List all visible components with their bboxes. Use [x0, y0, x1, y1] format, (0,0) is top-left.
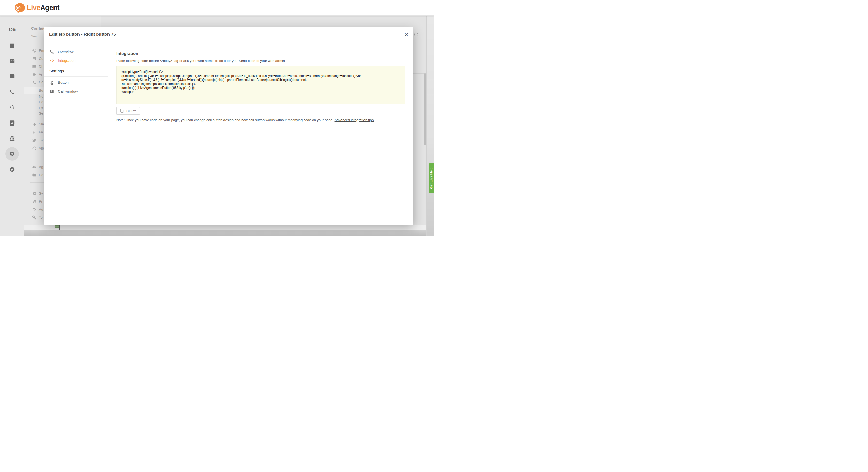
liveagent-logo-icon: @ — [14, 3, 25, 13]
nav-label: Button — [58, 80, 69, 85]
copy-label: COPY — [126, 109, 136, 113]
nav-label: Integration — [58, 59, 76, 63]
app-area: 30% Configur Em Co Ch — [0, 16, 434, 236]
modal-header: Edit sip button - Right button 75 ✕ — [44, 27, 413, 41]
copy-button[interactable]: COPY — [116, 107, 140, 115]
code-line: 'https://marketingchamps.ladesk.com/scri… — [121, 82, 405, 86]
close-icon[interactable]: ✕ — [402, 31, 410, 38]
topbar: @ LiveAgent To solve 1 — [0, 0, 434, 16]
modal-body: Overview Integration Settings Button — [44, 41, 413, 225]
send-code-link[interactable]: Send code to your web admin — [239, 59, 285, 63]
touch-icon — [50, 80, 54, 85]
integration-heading: Integration — [116, 51, 138, 56]
integration-code-block[interactable]: <script type="text/javascript"> (functio… — [116, 66, 405, 104]
integration-note: Note: Once you have code on your page, y… — [116, 118, 388, 122]
advanced-tips-link[interactable]: Advanced integration tips — [335, 118, 374, 122]
nav-integration[interactable]: Integration — [44, 57, 108, 64]
get-live-help-label: Get Live Help — [430, 167, 433, 189]
brand-agent: Agent — [40, 4, 59, 11]
nav-divider — [44, 76, 108, 77]
nav-button[interactable]: Button — [44, 79, 108, 86]
modal-title: Edit sip button - Right button 75 — [49, 27, 116, 41]
code-line: function(e){ LiveAgent.createButton('063… — [121, 86, 405, 90]
nav-settings-header: Settings — [49, 69, 64, 73]
brand-live: Live — [27, 4, 40, 11]
screen: @ LiveAgent To solve 1 — [0, 0, 434, 236]
window-icon — [50, 89, 54, 94]
code-line: (function(d, src, c) { var t=d.scripts[d… — [121, 74, 405, 78]
edit-sip-button-modal: Edit sip button - Right button 75 ✕ Over… — [44, 27, 413, 225]
brand-wordmark: LiveAgent — [27, 4, 59, 12]
code-icon — [50, 58, 54, 63]
phone-icon — [50, 50, 54, 54]
get-live-help-tab[interactable]: Get Live Help — [429, 163, 434, 193]
integration-instruction: Place following code before </body> tag … — [116, 59, 285, 63]
code-line: <script type="text/javascript"> — [121, 70, 405, 74]
svg-text:@: @ — [16, 5, 21, 11]
nav-divider — [44, 66, 108, 66]
copy-icon — [120, 109, 124, 113]
integration-panel: Integration Place following code before … — [108, 41, 413, 225]
instruction-text: Place following code before </body> tag … — [116, 59, 238, 63]
nav-overview[interactable]: Overview — [44, 49, 108, 55]
note-text: Note: Once you have code on your page, y… — [116, 118, 334, 122]
nav-label: Call window — [58, 89, 78, 93]
nav-call-window[interactable]: Call window — [44, 88, 108, 95]
nav-label: Overview — [58, 50, 73, 54]
code-line: </script> — [121, 90, 405, 94]
modal-nav: Overview Integration Settings Button — [44, 41, 108, 225]
code-line: rs=this.readyState;if(rs&&(rs!='complete… — [121, 78, 405, 82]
